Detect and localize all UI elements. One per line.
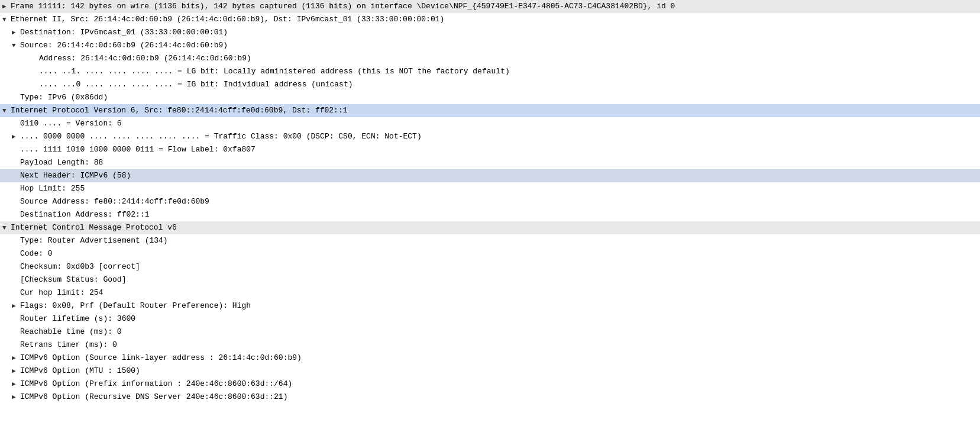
row-text-icmpv6-type: Type: Router Advertisement (134) (20, 235, 978, 247)
tree-row-icmpv6-checksum-status[interactable]: [Checksum Status: Good] (0, 273, 980, 286)
tree-row-eth-src-addr[interactable]: Address: 26:14:4c:0d:60:b9 (26:14:4c:0d:… (0, 52, 980, 65)
tree-toggle[interactable]: ▶ (12, 131, 20, 143)
row-text-icmpv6-router-lifetime: Router lifetime (s): 3600 (20, 313, 978, 325)
row-text-icmpv6-flags: Flags: 0x08, Prf (Default Router Prefere… (20, 300, 978, 312)
tree-row-ipv6-dst[interactable]: Destination Address: ff02::1 (0, 208, 980, 221)
tree-row-icmpv6-code[interactable]: Code: 0 (0, 247, 980, 260)
row-text-icmpv6-cur-hop: Cur hop limit: 254 (20, 287, 978, 299)
row-text-ipv6-payload: Payload Length: 88 (20, 157, 978, 169)
tree-row-eth-src[interactable]: ▼Source: 26:14:4c:0d:60:b9 (26:14:4c:0d:… (0, 39, 980, 52)
tree-row-eth-src-ig[interactable]: .... ...0 .... .... .... .... = IG bit: … (0, 78, 980, 91)
row-text-icmpv6-opt4: ICMPv6 Option (Recursive DNS Server 240e… (20, 391, 978, 403)
tree-row-frame[interactable]: ▶Frame 11111: 142 bytes on wire (1136 bi… (0, 0, 980, 13)
row-text-eth-src-addr: Address: 26:14:4c:0d:60:b9 (26:14:4c:0d:… (39, 53, 978, 65)
tree-row-ipv6-src[interactable]: Source Address: fe80::2414:4cff:fe0d:60b… (0, 195, 980, 208)
row-text-eth-src: Source: 26:14:4c:0d:60:b9 (26:14:4c:0d:6… (20, 40, 978, 51)
tree-row-ipv6-hoplimit[interactable]: Hop Limit: 255 (0, 182, 980, 195)
tree-toggle[interactable]: ▶ (12, 27, 20, 38)
row-text-icmpv6-retrans: Retrans timer (ms): 0 (20, 339, 978, 351)
row-text-ethernet: Ethernet II, Src: 26:14:4c:0d:60:b9 (26:… (11, 14, 978, 25)
row-text-ipv6-traffic: .... 0000 0000 .... .... .... .... .... … (20, 131, 978, 143)
tree-row-icmpv6-retrans[interactable]: Retrans timer (ms): 0 (0, 338, 980, 352)
tree-row-icmpv6-reachable[interactable]: Reachable time (ms): 0 (0, 325, 980, 338)
row-text-ipv6-src: Source Address: fe80::2414:4cff:fe0d:60b… (20, 196, 978, 208)
row-text-icmpv6-code: Code: 0 (20, 248, 978, 260)
tree-toggle[interactable]: ▼ (2, 105, 11, 117)
tree-toggle[interactable]: ▶ (12, 391, 20, 403)
row-text-icmpv6-reachable: Reachable time (ms): 0 (20, 326, 978, 338)
tree-row-icmpv6-opt2[interactable]: ▶ICMPv6 Option (MTU : 1500) (0, 365, 980, 378)
row-text-icmpv6-checksum-status: [Checksum Status: Good] (20, 274, 978, 286)
row-text-eth-src-ig: .... ...0 .... .... .... .... = IG bit: … (39, 79, 978, 91)
tree-row-ipv6[interactable]: ▼Internet Protocol Version 6, Src: fe80:… (0, 104, 980, 117)
tree-row-ipv6-nexthdr[interactable]: Next Header: ICMPv6 (58) (0, 169, 980, 182)
tree-toggle[interactable]: ▶ (12, 352, 20, 364)
tree-row-icmpv6-opt1[interactable]: ▶ICMPv6 Option (Source link-layer addres… (0, 352, 980, 365)
tree-row-ethernet[interactable]: ▼Ethernet II, Src: 26:14:4c:0d:60:b9 (26… (0, 13, 980, 26)
tree-row-icmpv6-opt4[interactable]: ▶ICMPv6 Option (Recursive DNS Server 240… (0, 391, 980, 404)
tree-row-ipv6-payload[interactable]: Payload Length: 88 (0, 156, 980, 169)
row-text-eth-type: Type: IPv6 (0x86dd) (20, 92, 978, 104)
row-text-ipv6-flow: .... 1111 1010 1000 0000 0111 = Flow Lab… (20, 144, 978, 156)
tree-row-icmpv6-cur-hop[interactable]: Cur hop limit: 254 (0, 286, 980, 299)
row-text-eth-src-lg: .... ..1. .... .... .... .... = LG bit: … (39, 66, 978, 78)
row-text-ipv6: Internet Protocol Version 6, Src: fe80::… (11, 105, 978, 117)
tree-row-icmpv6-checksum[interactable]: Checksum: 0xd0b3 [correct] (0, 260, 980, 273)
tree-row-ipv6-traffic[interactable]: ▶.... 0000 0000 .... .... .... .... ....… (0, 130, 980, 143)
packet-tree: ▶Frame 11111: 142 bytes on wire (1136 bi… (0, 0, 980, 445)
tree-row-ipv6-version[interactable]: 0110 .... = Version: 6 (0, 117, 980, 130)
row-text-ipv6-version: 0110 .... = Version: 6 (20, 118, 978, 130)
tree-row-icmpv6-opt3[interactable]: ▶ICMPv6 Option (Prefix information : 240… (0, 378, 980, 391)
row-text-frame: Frame 11111: 142 bytes on wire (1136 bit… (11, 1, 978, 12)
row-text-ipv6-dst: Destination Address: ff02::1 (20, 209, 978, 221)
tree-toggle[interactable]: ▶ (12, 365, 20, 377)
tree-row-icmpv6[interactable]: ▼Internet Control Message Protocol v6 (0, 221, 980, 234)
row-text-ipv6-hoplimit: Hop Limit: 255 (20, 183, 978, 195)
tree-toggle[interactable]: ▶ (12, 378, 20, 390)
tree-row-icmpv6-router-lifetime[interactable]: Router lifetime (s): 3600 (0, 312, 980, 325)
row-text-eth-dst: Destination: IPv6mcast_01 (33:33:00:00:0… (20, 27, 978, 38)
tree-toggle[interactable]: ▶ (2, 1, 11, 12)
tree-row-ipv6-flow[interactable]: .... 1111 1010 1000 0000 0111 = Flow Lab… (0, 143, 980, 156)
tree-row-eth-dst[interactable]: ▶Destination: IPv6mcast_01 (33:33:00:00:… (0, 26, 980, 39)
row-text-ipv6-nexthdr: Next Header: ICMPv6 (58) (20, 170, 978, 182)
tree-toggle[interactable]: ▼ (12, 40, 20, 51)
row-text-icmpv6: Internet Control Message Protocol v6 (11, 222, 978, 234)
tree-row-icmpv6-type[interactable]: Type: Router Advertisement (134) (0, 234, 980, 247)
tree-toggle[interactable]: ▼ (2, 222, 11, 234)
tree-row-eth-type[interactable]: Type: IPv6 (0x86dd) (0, 91, 980, 104)
row-text-icmpv6-opt1: ICMPv6 Option (Source link-layer address… (20, 352, 978, 364)
row-text-icmpv6-opt2: ICMPv6 Option (MTU : 1500) (20, 365, 978, 377)
tree-toggle[interactable]: ▼ (2, 14, 11, 25)
tree-row-eth-src-lg[interactable]: .... ..1. .... .... .... .... = LG bit: … (0, 65, 980, 78)
tree-toggle[interactable]: ▶ (12, 300, 20, 312)
row-text-icmpv6-opt3: ICMPv6 Option (Prefix information : 240e… (20, 378, 978, 390)
tree-row-icmpv6-flags[interactable]: ▶Flags: 0x08, Prf (Default Router Prefer… (0, 299, 980, 312)
row-text-icmpv6-checksum: Checksum: 0xd0b3 [correct] (20, 261, 978, 273)
